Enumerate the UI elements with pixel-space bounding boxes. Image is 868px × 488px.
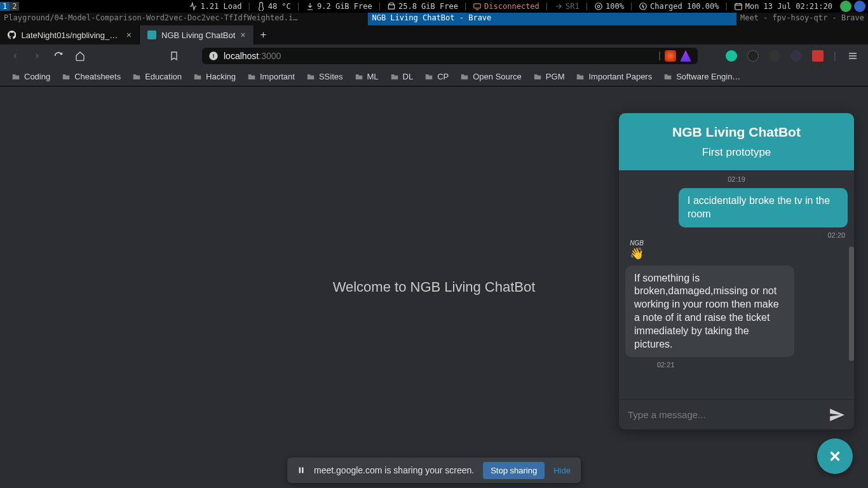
bookmark-folder-coding[interactable]: Coding: [11, 72, 50, 81]
workspace-switcher[interactable]: 1 2: [0, 2, 19, 11]
bookmark-folder-papers[interactable]: Important Papers: [576, 72, 652, 81]
tab-label: NGB Living ChatBot: [161, 30, 235, 40]
message-time: 02:19: [728, 175, 745, 183]
new-tab-button[interactable]: +: [254, 29, 273, 41]
bot-message-row: NGB👋 If something is broken,damaged,miss…: [625, 239, 848, 362]
tab-label: LateNight01s/ngbliving_chat: [21, 30, 121, 40]
svg-rect-8: [302, 468, 304, 473]
bookmark-folder-opensource[interactable]: Open Source: [460, 72, 522, 81]
home-button[interactable]: [74, 50, 86, 62]
reload-icon: [53, 51, 64, 61]
forward-button[interactable]: [31, 50, 43, 62]
chat-input[interactable]: [628, 409, 822, 420]
chat-messages[interactable]: 02:19 I accidentally broke the tv in the…: [619, 170, 854, 399]
url-bar[interactable]: ! localhost:3000 |: [202, 48, 698, 64]
bookmark-folder-ml[interactable]: ML: [355, 72, 379, 81]
browser-navbar: ! localhost:3000 | |: [0, 44, 868, 67]
disk-indicator: 25.8 GiB Free: [382, 2, 463, 11]
folder-icon: [533, 72, 542, 81]
window-title-active[interactable]: NGB Living ChatBot - Brave: [368, 13, 736, 25]
folder-icon: [355, 72, 363, 81]
thermometer-icon: [257, 2, 266, 11]
svg-rect-0: [474, 4, 481, 8]
arrow-right-icon: [554, 2, 563, 11]
trust-badge-icon[interactable]: [680, 50, 691, 62]
brave-badge-icon[interactable]: [665, 50, 676, 62]
back-button[interactable]: [9, 50, 22, 62]
folder-icon: [62, 72, 71, 81]
browser-tab-strip: LateNight01s/ngbliving_chat × NGB Living…: [0, 25, 868, 44]
folder-icon: [576, 72, 585, 81]
svg-rect-4: [735, 4, 742, 10]
bookmark-folder-software[interactable]: Software Engin…: [663, 72, 740, 81]
folder-icon: [424, 72, 433, 81]
battery-indicator: Charged 100.00%: [634, 2, 724, 11]
network-indicator: Disconnected: [468, 2, 545, 11]
close-icon: [827, 448, 843, 464]
bookmark-folder-cheatsheets[interactable]: Cheatsheets: [62, 72, 121, 81]
zoom-value: 100%: [606, 2, 624, 11]
chevron-right-icon: [32, 51, 41, 60]
bookmark-button[interactable]: [168, 50, 180, 62]
send-button[interactable]: [829, 407, 845, 423]
tray-icon-1[interactable]: [840, 1, 851, 12]
close-icon[interactable]: ×: [240, 30, 245, 40]
menu-button[interactable]: [846, 50, 859, 62]
net-value: Disconnected: [484, 2, 539, 11]
tab-chatbot[interactable]: NGB Living ChatBot ×: [140, 25, 254, 44]
extension-icon-2[interactable]: [747, 50, 759, 62]
temperature-indicator: 48 °C: [252, 2, 296, 11]
disk-value: 25.8 GiB Free: [398, 2, 458, 11]
bookmark-folder-cp[interactable]: CP: [424, 72, 449, 81]
bookmark-folder-ssites[interactable]: SSites: [306, 72, 343, 81]
folder-icon: [193, 72, 202, 81]
message-time: 02:21: [657, 361, 675, 369]
folder-icon: [390, 72, 399, 81]
svg-point-1: [595, 3, 602, 10]
window-title-left[interactable]: Playground/04-Model-Comparison-Word2vec-…: [0, 13, 368, 25]
welcome-heading: Welcome to NGB Living ChatBot: [333, 279, 536, 295]
close-icon[interactable]: ×: [126, 30, 132, 40]
chat-scrollbar[interactable]: [849, 247, 854, 361]
extension-icon-4[interactable]: [790, 50, 802, 62]
tray-icon-2[interactable]: [854, 1, 865, 12]
load-indicator: 1.21 Load: [184, 2, 247, 11]
load-value: 1.21 Load: [200, 2, 241, 11]
window-title-right[interactable]: Meet - fpv-hsoy-qtr - Brave: [736, 13, 868, 25]
screenshare-bar: meet.google.com is sharing your screen. …: [287, 458, 581, 483]
workspace-1[interactable]: 1: [0, 2, 10, 11]
temp-value: 48 °C: [268, 2, 291, 11]
bookmark-folder-pgm[interactable]: PGM: [533, 72, 565, 81]
battery-icon: [639, 2, 648, 11]
bookmark-folder-hacking[interactable]: Hacking: [193, 72, 236, 81]
datetime-value: Mon 13 Jul 02:21:20: [745, 2, 832, 11]
clock-indicator: Mon 13 Jul 02:21:20: [729, 2, 837, 11]
bot-message: If something is broken,damaged,missing o…: [625, 266, 794, 358]
chat-header: NGB Living ChatBot First prototype: [619, 113, 854, 170]
window-title-bar: Playground/04-Model-Comparison-Word2vec-…: [0, 13, 868, 25]
extension-icon-3[interactable]: [769, 50, 780, 62]
tab-github[interactable]: LateNight01s/ngbliving_chat ×: [0, 25, 140, 44]
chevron-left-icon: [11, 51, 20, 60]
message-time: 02:20: [827, 231, 845, 239]
svg-text:!: !: [212, 53, 214, 59]
hide-sharebar-button[interactable]: Hide: [553, 466, 571, 475]
disconnected-icon: [473, 2, 482, 11]
memory-indicator: 9.2 GiB Free: [301, 2, 377, 11]
bookmark-folder-education[interactable]: Education: [132, 72, 182, 81]
home-icon: [75, 51, 85, 61]
bookmark-folder-important[interactable]: Important: [247, 72, 295, 81]
target-indicator: SR1: [549, 2, 585, 11]
extension-icon-5[interactable]: [812, 50, 824, 62]
reload-button[interactable]: [52, 50, 65, 62]
bookmarks-bar: Coding Cheatsheets Education Hacking Imp…: [0, 67, 868, 86]
grammarly-icon[interactable]: [726, 50, 737, 62]
info-icon[interactable]: !: [208, 51, 219, 61]
stop-sharing-button[interactable]: Stop sharing: [483, 462, 545, 479]
folder-icon: [306, 72, 315, 81]
pause-button[interactable]: [297, 466, 305, 474]
workspace-2[interactable]: 2: [10, 2, 19, 11]
chat-toggle-button[interactable]: [817, 438, 853, 474]
bookmark-folder-dl[interactable]: DL: [390, 72, 414, 81]
pause-icon: [297, 466, 305, 474]
